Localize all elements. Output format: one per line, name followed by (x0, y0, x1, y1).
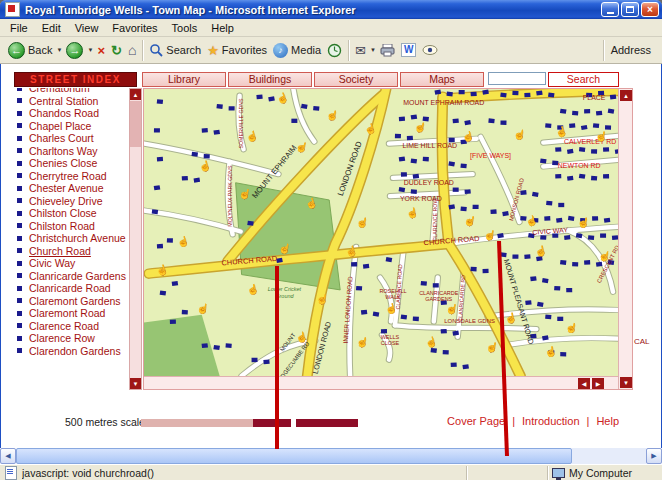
tab-buildings[interactable]: Buildings (228, 72, 312, 87)
map-scroll-right-icon[interactable]: ▶ (592, 378, 604, 389)
back-button[interactable]: ← Back (5, 40, 55, 61)
menu-item-file[interactable]: File (3, 20, 35, 36)
street-item-clarence-road[interactable]: Clarence Road (14, 320, 128, 333)
bullet-icon (17, 348, 22, 353)
menu-bar: FileEditViewFavoritesToolsHelp (0, 19, 662, 37)
mail-button[interactable]: ✉ (352, 41, 369, 60)
discuss-button[interactable] (419, 42, 441, 58)
street-item-charles-court[interactable]: Charles Court (14, 132, 128, 145)
search-toolbar-label: Search (166, 44, 201, 56)
map-scroll-down-icon[interactable]: ▼ (620, 377, 632, 388)
edit-word-button[interactable]: W (398, 41, 419, 59)
street-item-chandos-road[interactable]: Chandos Road (14, 107, 128, 120)
link-cover-page[interactable]: Cover Page (447, 415, 505, 427)
history-button[interactable] (324, 41, 345, 60)
search-button[interactable]: Search (548, 72, 619, 87)
street-item-civic-way[interactable]: Civic Way (14, 257, 128, 270)
sidebar-scroll-down-icon[interactable]: ▼ (130, 378, 141, 389)
link-help[interactable]: Help (596, 415, 619, 427)
media-label: Media (291, 44, 321, 56)
menu-item-favorites[interactable]: Favorites (105, 20, 164, 36)
street-item-chilston-close[interactable]: Chilston Close (14, 207, 128, 220)
menu-item-tools[interactable]: Tools (165, 20, 205, 36)
sidebar-scroll-up-icon[interactable]: ▲ (130, 89, 141, 100)
building-marker (567, 176, 573, 181)
toolbar: ← Back ▼ → ▼ × ↻ ⌂ Search ★ Favorites ♪ … (0, 37, 662, 64)
street-item-chenies-close[interactable]: Chenies Close (14, 157, 128, 170)
address-bar-label[interactable]: Address (611, 44, 651, 56)
street-item-church-road[interactable]: Church Road (14, 245, 128, 258)
sidebar-scroll-thumb[interactable] (130, 101, 141, 147)
refresh-button[interactable]: ↻ (108, 41, 125, 60)
street-item-clarence-row[interactable]: Clarence Row (14, 332, 128, 345)
print-button[interactable] (377, 42, 398, 59)
building-marker (423, 157, 429, 162)
building-marker (225, 343, 231, 348)
media-button[interactable]: ♪ Media (270, 41, 324, 60)
street-item-chester-avenue[interactable]: Chester Avenue (14, 182, 128, 195)
menu-item-help[interactable]: Help (204, 20, 241, 36)
street-item-charltons-way[interactable]: Charltons Way (14, 145, 128, 158)
tab-society[interactable]: Society (314, 72, 398, 87)
close-button[interactable]: × (641, 2, 659, 17)
tab-maps[interactable]: Maps (400, 72, 484, 87)
tab-library[interactable]: Library (142, 72, 226, 87)
page-content: STREET INDEX LibraryBuildingsSocietyMaps… (1, 64, 661, 448)
building-marker (451, 362, 457, 367)
search-toolbar-button[interactable]: Search (146, 41, 204, 59)
street-item-chieveley-drive[interactable]: Chieveley Drive (14, 195, 128, 208)
forward-dropdown-icon[interactable]: ▼ (87, 47, 93, 53)
minimize-button[interactable] (601, 2, 619, 17)
browser-window: Royal Tunbridge Wells - Town Map - Micro… (0, 0, 662, 480)
back-dropdown-icon[interactable]: ▼ (56, 47, 62, 53)
page-scroll-left-icon[interactable]: ◀ (0, 448, 16, 464)
page-horizontal-scrollbar[interactable]: ◀ ▶ (0, 448, 662, 464)
building-marker (356, 286, 362, 291)
maximize-button[interactable] (621, 2, 639, 17)
map-scroll-left-icon[interactable]: ◀ (578, 378, 590, 389)
title-bar[interactable]: Royal Tunbridge Wells - Town Map - Micro… (0, 0, 662, 19)
mail-dropdown-icon[interactable]: ▼ (370, 47, 376, 53)
street-item-cherrytree-road[interactable]: Cherrytree Road (14, 170, 128, 183)
street-item-clarendon-gardens[interactable]: Clarendon Gardens (14, 345, 128, 358)
stop-button[interactable]: × (94, 41, 108, 60)
street-item-chilston-road[interactable]: Chilston Road (14, 220, 128, 233)
street-item-claremont-road[interactable]: Claremont Road (14, 307, 128, 320)
search-input[interactable] (488, 72, 546, 85)
street-item-clanricarde-road[interactable]: Clanricarde Road (14, 282, 128, 295)
street-item-claremont-gardens[interactable]: Claremont Gardens (14, 295, 128, 308)
back-icon: ← (8, 42, 25, 59)
building-marker (256, 94, 262, 99)
street-item-clanricarde-gardens[interactable]: Clanricarde Gardens (14, 270, 128, 283)
bullet-icon (17, 88, 22, 91)
building-marker (473, 205, 479, 209)
home-button[interactable]: ⌂ (125, 41, 139, 59)
building-marker (488, 118, 494, 123)
building-marker (216, 104, 222, 109)
sidebar-scrollbar[interactable]: ▲ ▼ (129, 88, 142, 390)
street-item-chapel-place[interactable]: Chapel Place (14, 120, 128, 133)
building-marker (530, 276, 536, 281)
link-introduction[interactable]: Introduction (522, 415, 579, 427)
bullet-icon (17, 148, 22, 153)
building-marker (512, 91, 518, 96)
map-vertical-scrollbar[interactable]: ▲ ▼ (618, 89, 632, 389)
map[interactable]: MOUNT EPHRAIM ROADPLACECALVERLEY RDLIME … (144, 89, 618, 376)
street-item-central-station[interactable]: Central Station (14, 95, 128, 108)
building-marker (554, 286, 560, 291)
building-marker (555, 147, 561, 152)
page-scroll-track[interactable] (572, 448, 646, 464)
page-scroll-thumb[interactable] (16, 448, 572, 464)
building-marker (421, 281, 427, 286)
map-scroll-up-icon[interactable]: ▲ (620, 90, 632, 101)
map-horizontal-scrollbar[interactable]: ◀ ▶ (144, 376, 618, 389)
building-marker (459, 90, 465, 94)
forward-button[interactable]: → (63, 40, 86, 61)
favorites-button[interactable]: ★ Favorites (204, 41, 270, 60)
town-map-image[interactable]: MOUNT EPHRAIM ROADPLACECALVERLEY RDLIME … (144, 89, 618, 376)
menu-item-edit[interactable]: Edit (35, 20, 68, 36)
street-item-christchurch-avenue[interactable]: Christchurch Avenue (14, 232, 128, 245)
page-scroll-right-icon[interactable]: ▶ (646, 448, 662, 464)
menu-item-view[interactable]: View (68, 20, 106, 36)
building-marker (433, 283, 439, 287)
